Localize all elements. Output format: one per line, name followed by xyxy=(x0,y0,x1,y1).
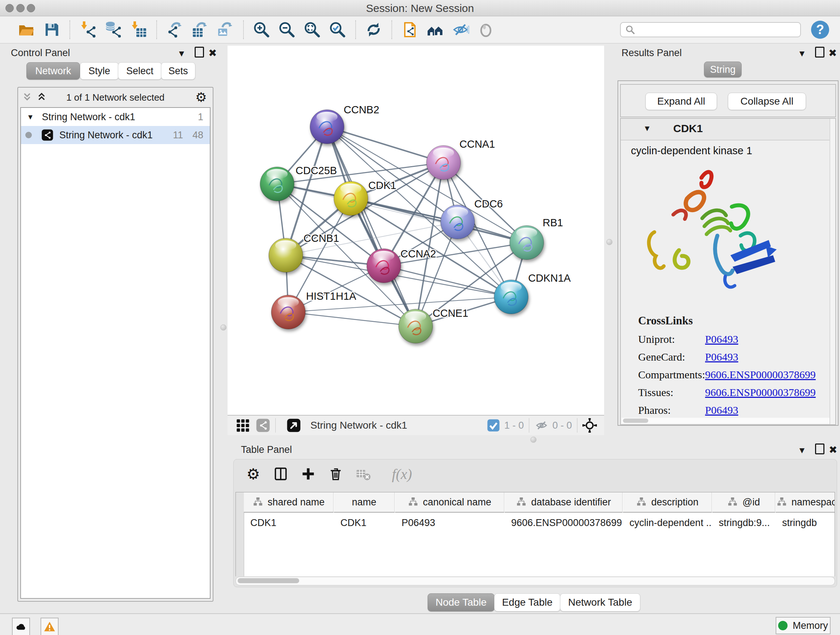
tab-node-table[interactable]: Node Table xyxy=(428,593,494,611)
float-panel-icon[interactable]: ▼ xyxy=(177,49,186,59)
import-database-button[interactable] xyxy=(104,20,123,39)
tab-select[interactable]: Select xyxy=(118,62,162,80)
table-cell[interactable]: P06493 xyxy=(395,513,504,532)
table-options-gear-icon[interactable]: ⚙ xyxy=(244,464,263,483)
close-panel-icon[interactable]: ✖ xyxy=(208,47,217,59)
gene-section-hscrollbar[interactable] xyxy=(622,418,829,424)
create-column-plus-icon[interactable] xyxy=(299,464,317,483)
string-view-icon[interactable] xyxy=(256,418,270,432)
zoom-in-button[interactable] xyxy=(252,20,271,39)
refresh-button[interactable] xyxy=(364,20,383,39)
column-header--id[interactable]: @id xyxy=(712,492,775,513)
node-CCNB2[interactable] xyxy=(310,110,344,144)
table-cell[interactable]: CDK1 xyxy=(334,513,395,532)
table-cell[interactable]: cyclin-dependent ... xyxy=(623,513,712,532)
network-options-gear-icon[interactable]: ⚙ xyxy=(195,90,207,105)
tab-edge-table[interactable]: Edge Table xyxy=(494,593,561,611)
tab-style[interactable]: Style xyxy=(80,62,118,80)
tab-sets[interactable]: Sets xyxy=(161,62,195,80)
table-hscrollbar[interactable] xyxy=(235,577,835,585)
node-CCNA1[interactable] xyxy=(426,146,461,180)
birdseye-grid-icon[interactable] xyxy=(235,418,250,432)
collapse-section-icon[interactable]: ▼ xyxy=(643,124,651,133)
node-CCNB1[interactable] xyxy=(269,238,303,272)
column-header-name[interactable]: name xyxy=(334,492,395,513)
crosslink-link[interactable]: 9606.ENSP00000378699 xyxy=(705,386,816,399)
export-image-button[interactable] xyxy=(216,20,235,39)
search-input[interactable] xyxy=(620,22,801,37)
column-header-description[interactable]: description xyxy=(623,492,712,513)
warnings-button[interactable] xyxy=(41,618,58,635)
table-cell[interactable]: stringdb xyxy=(775,513,835,532)
node-CDC25B[interactable] xyxy=(260,167,294,201)
node-RB1[interactable] xyxy=(510,226,544,260)
gene-section-vscrollbar[interactable] xyxy=(829,119,835,424)
zoom-fit-button[interactable] xyxy=(303,20,322,39)
close-panel-icon[interactable]: ✖ xyxy=(829,47,837,59)
tab-network-table[interactable]: Network Table xyxy=(560,593,640,611)
node-CDC6[interactable] xyxy=(441,205,475,239)
node-HIST1H1A[interactable] xyxy=(271,295,305,329)
table-hscrollbar-thumb[interactable] xyxy=(238,578,299,583)
network-canvas[interactable]: CCNB2CCNA1CDC25BCDK1CDC6RB1CCNB1CCNA2CDK… xyxy=(227,46,604,416)
expand-collapse-box: Expand All Collapse All xyxy=(620,84,836,117)
column-header-namespace[interactable]: namespace xyxy=(775,492,835,513)
open-session-button[interactable] xyxy=(17,20,36,39)
gene-section-header[interactable]: ▼ CDK1 xyxy=(621,119,835,141)
maximize-panel-icon[interactable] xyxy=(195,47,204,60)
right-splitter-handle[interactable] xyxy=(606,239,613,245)
string-network-icon xyxy=(41,129,54,141)
import-table-button[interactable] xyxy=(129,20,148,39)
node-CDK1[interactable] xyxy=(334,181,368,215)
delete-column-trash-icon[interactable] xyxy=(326,464,345,483)
column-header-shared-name[interactable]: shared name xyxy=(244,492,333,513)
show-results-panel-button[interactable] xyxy=(477,20,495,39)
crosslink-link[interactable]: P06493 xyxy=(705,404,738,416)
tab-string[interactable]: String xyxy=(704,62,742,78)
edge-HIST1H1A-CCNE1[interactable] xyxy=(288,312,416,326)
network-row-selected[interactable]: String Network - cdk1 11 48 xyxy=(21,126,210,144)
help-button[interactable]: ? xyxy=(811,21,829,39)
zoom-out-button[interactable] xyxy=(278,20,296,39)
column-header-database-identifier[interactable]: database identifier xyxy=(505,492,622,513)
table-cell[interactable]: stringdb:9... xyxy=(712,513,775,532)
hide-results-panel-button[interactable] xyxy=(451,20,470,39)
edge-CCNB2-CCNA1[interactable] xyxy=(327,127,444,163)
column-header-canonical-name[interactable]: canonical name xyxy=(395,492,504,513)
clone-network-button[interactable] xyxy=(401,20,419,39)
save-session-button[interactable] xyxy=(42,20,61,39)
export-table-button[interactable] xyxy=(191,20,210,39)
zoom-selected-button[interactable] xyxy=(328,20,347,39)
node-CCNA2[interactable] xyxy=(367,249,401,283)
float-panel-icon[interactable]: ▼ xyxy=(798,445,806,455)
float-panel-icon[interactable]: ▼ xyxy=(798,49,806,59)
open-in-window-icon[interactable] xyxy=(286,418,301,432)
selected-items-checkbox-icon[interactable] xyxy=(486,418,501,432)
expand-all-button[interactable]: Expand All xyxy=(645,93,717,110)
node-CDKN1A[interactable] xyxy=(494,280,528,314)
node-table[interactable]: shared nameCDK1nameCDK1canonical nameP06… xyxy=(235,492,835,576)
collapse-all-button[interactable]: Collapse All xyxy=(728,93,806,110)
left-splitter-handle[interactable] xyxy=(220,325,226,331)
import-network-button[interactable] xyxy=(79,20,97,39)
export-network-button[interactable] xyxy=(165,20,184,39)
crosslink-link[interactable]: P06493 xyxy=(705,351,738,363)
memory-button[interactable]: Memory xyxy=(775,617,831,634)
table-cell[interactable]: CDK1 xyxy=(244,513,333,532)
show-columns-icon[interactable] xyxy=(271,464,290,483)
horizontal-splitter-handle[interactable] xyxy=(531,437,537,443)
maximize-panel-icon[interactable] xyxy=(815,47,824,60)
close-panel-icon[interactable]: ✖ xyxy=(829,444,837,456)
collection-expander-icon[interactable]: ▼ xyxy=(27,113,34,121)
table-cell[interactable]: 9606.ENSP00000378699 xyxy=(505,513,622,532)
crosslink-link[interactable]: P06493 xyxy=(705,333,738,345)
network-row-label: String Network - cdk1 xyxy=(59,130,153,141)
crosslink-link[interactable]: 9606.ENSP00000378699 xyxy=(705,369,816,381)
maximize-panel-icon[interactable] xyxy=(815,443,824,456)
tab-network[interactable]: Network xyxy=(27,62,80,80)
string-home-button[interactable] xyxy=(426,20,445,39)
network-collection-row[interactable]: ▼ String Network - cdk1 1 xyxy=(21,108,210,126)
fit-network-crosshair-icon[interactable] xyxy=(583,418,597,432)
cloud-sync-button[interactable] xyxy=(12,618,30,635)
node-CCNE1[interactable] xyxy=(399,309,433,343)
